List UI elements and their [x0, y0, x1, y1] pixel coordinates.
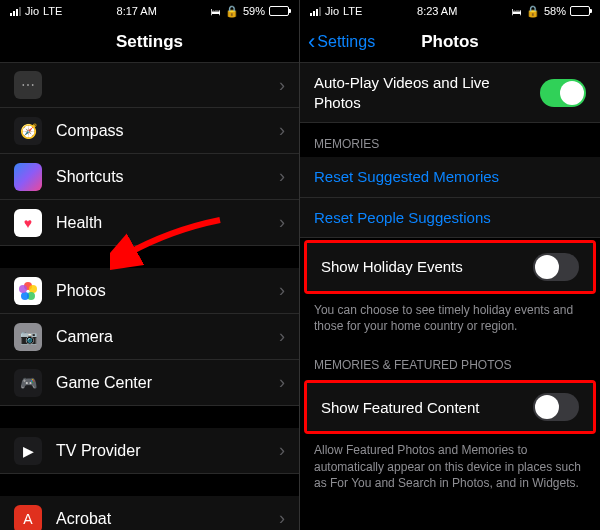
bed-icon: 🛏: [512, 6, 522, 17]
section-separator: [0, 474, 299, 496]
back-label: Settings: [317, 33, 375, 51]
row-label: Compass: [56, 122, 279, 140]
orientation-lock-icon: 🔒: [526, 5, 540, 18]
carrier-label: Jio: [325, 5, 339, 17]
nav-bar: ‹ Settings Photos: [300, 22, 600, 62]
settings-list[interactable]: ⋯ › 🧭 Compass › Shortcuts › ♥ Health › P…: [0, 62, 299, 530]
clock-label: 8:17 AM: [117, 5, 157, 17]
holiday-label: Show Holiday Events: [321, 257, 533, 277]
chevron-left-icon: ‹: [308, 31, 315, 53]
link-label: Reset People Suggestions: [314, 208, 586, 228]
settings-row-tvprovider[interactable]: ▶ TV Provider ›: [0, 428, 299, 474]
network-label: LTE: [343, 5, 362, 17]
back-button[interactable]: ‹ Settings: [308, 31, 375, 53]
status-bar: Jio LTE 8:17 AM 🛏 🔒 59%: [0, 0, 299, 22]
chevron-right-icon: ›: [279, 440, 285, 461]
reset-suggested-memories-button[interactable]: Reset Suggested Memories: [300, 157, 600, 198]
holiday-footer: You can choose to see timely holiday eve…: [300, 296, 600, 344]
battery-icon: [269, 6, 289, 16]
photos-settings-panel: Jio LTE 8:23 AM 🛏 🔒 58% ‹ Settings Photo…: [300, 0, 600, 530]
nav-bar: Settings: [0, 22, 299, 62]
settings-row-photos[interactable]: Photos ›: [0, 268, 299, 314]
show-holiday-events-row: Show Holiday Events: [307, 243, 593, 291]
settings-row-camera[interactable]: 📷 Camera ›: [0, 314, 299, 360]
camera-icon: 📷: [14, 323, 42, 351]
row-label: TV Provider: [56, 442, 279, 460]
unknown-icon: ⋯: [14, 71, 42, 99]
gamecenter-icon: 🎮: [14, 369, 42, 397]
battery-percent: 59%: [243, 5, 265, 17]
memories-header: MEMORIES: [300, 123, 600, 157]
autoplay-toggle[interactable]: [540, 79, 586, 107]
show-featured-content-row: Show Featured Content: [307, 383, 593, 431]
chevron-right-icon: ›: [279, 166, 285, 187]
page-title: Photos: [421, 32, 479, 52]
settings-row-acrobat[interactable]: A Acrobat ›: [0, 496, 299, 530]
autoplay-label: Auto-Play Videos and Live Photos: [314, 73, 540, 112]
reset-people-suggestions-button[interactable]: Reset People Suggestions: [300, 198, 600, 239]
annotation-highlight: Show Featured Content: [304, 380, 596, 434]
settings-row-gamecenter[interactable]: 🎮 Game Center ›: [0, 360, 299, 406]
link-label: Reset Suggested Memories: [314, 167, 586, 187]
settings-row-shortcuts[interactable]: Shortcuts ›: [0, 154, 299, 200]
battery-percent: 58%: [544, 5, 566, 17]
row-label: Photos: [56, 282, 279, 300]
row-label: Shortcuts: [56, 168, 279, 186]
featured-label: Show Featured Content: [321, 398, 533, 418]
chevron-right-icon: ›: [279, 326, 285, 347]
section-separator: [0, 406, 299, 428]
settings-row-compass[interactable]: 🧭 Compass ›: [0, 108, 299, 154]
section-separator: [0, 246, 299, 268]
tvprovider-icon: ▶: [14, 437, 42, 465]
battery-icon: [570, 6, 590, 16]
chevron-right-icon: ›: [279, 75, 285, 96]
health-icon: ♥: [14, 209, 42, 237]
photos-icon: [14, 277, 42, 305]
chevron-right-icon: ›: [279, 120, 285, 141]
acrobat-icon: A: [14, 505, 42, 531]
settings-root-panel: Jio LTE 8:17 AM 🛏 🔒 59% Settings ⋯ › 🧭 C…: [0, 0, 300, 530]
row-label: Acrobat: [56, 510, 279, 528]
network-label: LTE: [43, 5, 62, 17]
signal-icon: [310, 7, 321, 16]
clock-label: 8:23 AM: [417, 5, 457, 17]
row-label: Camera: [56, 328, 279, 346]
orientation-lock-icon: 🔒: [225, 5, 239, 18]
chevron-right-icon: ›: [279, 372, 285, 393]
row-label: Game Center: [56, 374, 279, 392]
bed-icon: 🛏: [211, 6, 221, 17]
carrier-label: Jio: [25, 5, 39, 17]
chevron-right-icon: ›: [279, 280, 285, 301]
featured-footer: Allow Featured Photos and Memories to au…: [300, 436, 600, 501]
compass-icon: 🧭: [14, 117, 42, 145]
shortcuts-icon: [14, 163, 42, 191]
status-bar: Jio LTE 8:23 AM 🛏 🔒 58%: [300, 0, 600, 22]
chevron-right-icon: ›: [279, 212, 285, 233]
annotation-highlight: Show Holiday Events: [304, 240, 596, 294]
signal-icon: [10, 7, 21, 16]
page-title: Settings: [116, 32, 183, 52]
featured-header: MEMORIES & FEATURED PHOTOS: [300, 344, 600, 378]
featured-toggle[interactable]: [533, 393, 579, 421]
row-label: Health: [56, 214, 279, 232]
chevron-right-icon: ›: [279, 508, 285, 529]
settings-row-health[interactable]: ♥ Health ›: [0, 200, 299, 246]
autoplay-row: Auto-Play Videos and Live Photos: [300, 62, 600, 123]
settings-row-unknown[interactable]: ⋯ ›: [0, 62, 299, 108]
holiday-toggle[interactable]: [533, 253, 579, 281]
